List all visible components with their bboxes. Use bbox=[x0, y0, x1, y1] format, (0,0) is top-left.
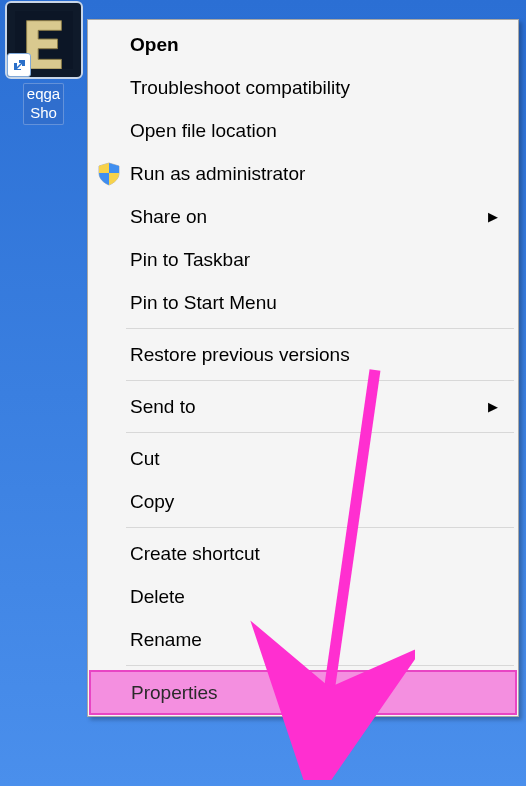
menu-item-label: Properties bbox=[131, 682, 218, 704]
menu-item-label: Run as administrator bbox=[130, 163, 305, 185]
menu-item-pin-taskbar[interactable]: Pin to Taskbar bbox=[90, 238, 516, 281]
menu-item-label: Delete bbox=[130, 586, 185, 608]
menu-item-label: Cut bbox=[130, 448, 160, 470]
desktop-shortcut-icon[interactable]: eqga Sho bbox=[1, 1, 86, 125]
menu-item-rename[interactable]: Rename bbox=[90, 618, 516, 661]
menu-separator bbox=[126, 665, 514, 666]
menu-separator bbox=[126, 432, 514, 433]
menu-item-label: Pin to Taskbar bbox=[130, 249, 250, 271]
menu-item-share-on[interactable]: Share on ▶ bbox=[90, 195, 516, 238]
menu-item-label: Send to bbox=[130, 396, 196, 418]
menu-item-send-to[interactable]: Send to ▶ bbox=[90, 385, 516, 428]
desktop-icon-label: eqga Sho bbox=[23, 83, 64, 125]
submenu-arrow-icon: ▶ bbox=[488, 209, 498, 224]
menu-item-create-shortcut[interactable]: Create shortcut bbox=[90, 532, 516, 575]
menu-item-label: Troubleshoot compatibility bbox=[130, 77, 350, 99]
uac-shield-icon bbox=[96, 161, 122, 187]
menu-item-cut[interactable]: Cut bbox=[90, 437, 516, 480]
submenu-arrow-icon: ▶ bbox=[488, 399, 498, 414]
menu-separator bbox=[126, 380, 514, 381]
menu-item-open-file-location[interactable]: Open file location bbox=[90, 109, 516, 152]
menu-item-label: Rename bbox=[130, 629, 202, 651]
menu-item-copy[interactable]: Copy bbox=[90, 480, 516, 523]
menu-item-restore-versions[interactable]: Restore previous versions bbox=[90, 333, 516, 376]
menu-item-label: Pin to Start Menu bbox=[130, 292, 277, 314]
menu-item-run-as-admin[interactable]: Run as administrator bbox=[90, 152, 516, 195]
menu-item-label: Create shortcut bbox=[130, 543, 260, 565]
menu-separator bbox=[126, 328, 514, 329]
context-menu: Open Troubleshoot compatibility Open fil… bbox=[87, 19, 519, 717]
menu-item-delete[interactable]: Delete bbox=[90, 575, 516, 618]
shortcut-overlay-icon bbox=[7, 53, 31, 77]
menu-item-open[interactable]: Open bbox=[90, 23, 516, 66]
menu-item-label: Share on bbox=[130, 206, 207, 228]
menu-item-troubleshoot[interactable]: Troubleshoot compatibility bbox=[90, 66, 516, 109]
menu-item-label: Open bbox=[130, 34, 179, 56]
menu-item-pin-start[interactable]: Pin to Start Menu bbox=[90, 281, 516, 324]
menu-item-label: Copy bbox=[130, 491, 174, 513]
menu-separator bbox=[126, 527, 514, 528]
menu-item-label: Restore previous versions bbox=[130, 344, 350, 366]
menu-item-label: Open file location bbox=[130, 120, 277, 142]
app-icon bbox=[5, 1, 83, 79]
menu-item-properties[interactable]: Properties bbox=[89, 670, 517, 715]
